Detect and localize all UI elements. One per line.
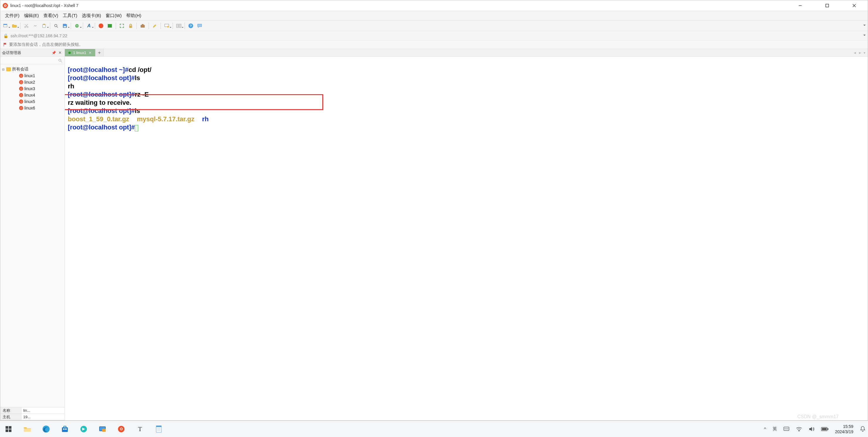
svg-rect-56 — [828, 428, 828, 430]
notepad-icon[interactable] — [154, 425, 163, 434]
session-item-linux3[interactable]: linux3 — [1, 85, 63, 92]
menu-tabs[interactable]: 选项卡(B) — [80, 12, 103, 20]
session-item-linux1[interactable]: linux1 — [1, 72, 63, 79]
new-session-icon[interactable] — [2, 22, 9, 29]
cut-icon[interactable] — [23, 22, 30, 29]
svg-rect-17 — [129, 26, 132, 28]
menu-tools[interactable]: 工具(T) — [61, 12, 79, 20]
minimize-button[interactable] — [787, 0, 814, 11]
fullscreen-icon[interactable] — [118, 22, 125, 29]
paste-icon[interactable] — [40, 22, 48, 29]
text-cursor-icon[interactable]: T — [135, 425, 145, 434]
svg-point-53 — [799, 431, 799, 431]
address-bar[interactable]: 🔒 ssh://root:***@192.168.94.7:22 — [0, 31, 868, 40]
session-item-linux2[interactable]: linux2 — [1, 79, 63, 85]
toolbar-overflow[interactable] — [861, 21, 868, 31]
tab-status-dot-icon — [68, 52, 71, 54]
annotation-red-box — [65, 94, 323, 110]
session-item-linux4[interactable]: linux4 — [1, 92, 63, 98]
ime-indicator[interactable]: 英 — [773, 426, 777, 432]
session-item-label: linux4 — [24, 93, 35, 97]
session-search[interactable] — [0, 57, 65, 64]
tab-next-icon[interactable]: ► — [858, 51, 862, 55]
highlight-icon[interactable] — [151, 22, 158, 29]
session-icon — [19, 87, 23, 91]
session-item-label: linux5 — [24, 99, 35, 104]
start-icon[interactable] — [4, 425, 13, 434]
svg-rect-35 — [64, 426, 66, 428]
battery-icon[interactable] — [821, 427, 829, 431]
session-item-label: linux3 — [24, 86, 35, 91]
taskbar-clock[interactable]: 15:59 2024/3/19 — [835, 424, 853, 434]
tab-close-icon[interactable]: ✕ — [89, 51, 92, 55]
screen-icon[interactable] — [163, 22, 170, 29]
terminal[interactable]: [root@localhost ~]#cd /opt/ [root@localh… — [65, 57, 868, 420]
edge-icon[interactable] — [42, 425, 51, 434]
hint-bar: 要添加当前会话，点击左侧的箭头按钮。 — [0, 40, 868, 49]
store-icon[interactable] — [60, 425, 69, 434]
link-icon[interactable] — [32, 22, 39, 29]
open-folder-icon[interactable] — [11, 22, 18, 29]
tray-chevron-icon[interactable]: ^ — [764, 427, 766, 431]
footer-host-value: 19... — [22, 414, 65, 420]
svg-point-6 — [25, 26, 26, 27]
xshell-task-icon[interactable] — [117, 425, 126, 434]
layout-icon[interactable] — [175, 22, 182, 29]
explorer-icon[interactable] — [23, 425, 32, 434]
session-item-label: linux2 — [24, 80, 35, 85]
tabs-nav: ◄ ► ▾ — [853, 49, 868, 56]
globe-icon[interactable] — [73, 22, 81, 29]
lock-toolbar-icon[interactable] — [127, 22, 134, 29]
svg-text:?: ? — [190, 24, 192, 28]
menu-help[interactable]: 帮助(H) — [124, 12, 143, 20]
maximize-button[interactable] — [814, 0, 841, 11]
tab-add-button[interactable]: + — [95, 49, 104, 56]
vscode-icon[interactable] — [79, 425, 88, 434]
close-button[interactable] — [841, 0, 868, 11]
menu-window[interactable]: 窗口(W) — [104, 12, 123, 20]
menu-view[interactable]: 查看(V) — [42, 12, 60, 20]
briefcase-icon[interactable] — [139, 22, 146, 29]
save-icon[interactable] — [61, 22, 68, 29]
volume-icon[interactable] — [809, 427, 814, 432]
terminal-cursor — [135, 125, 138, 131]
tab-list-icon[interactable]: ▾ — [864, 51, 865, 55]
svg-line-13 — [57, 26, 58, 28]
svg-point-12 — [55, 24, 57, 27]
notifications-icon[interactable] — [860, 426, 866, 432]
window-title: linux1 - root@localhost:/opt - Xshell 7 — [10, 3, 79, 8]
flag-icon — [3, 42, 7, 46]
svg-point-26 — [59, 59, 61, 61]
session-tree: ⊟ 所有会话 linux1linux2linux3linux4linux5lin… — [0, 64, 65, 113]
address-dropdown[interactable] — [861, 31, 868, 40]
session-panel-footer: 名称 lin... 主机 19... — [0, 407, 65, 420]
help-icon[interactable]: ? — [187, 22, 194, 29]
svg-rect-37 — [65, 429, 67, 430]
session-item-linux5[interactable]: linux5 — [1, 98, 63, 105]
panel-close-icon[interactable]: ✕ — [57, 51, 63, 55]
session-icon — [19, 99, 23, 103]
session-item-label: linux1 — [24, 73, 35, 78]
system-tray: ^ 英 15:59 2024/3/19 — [764, 424, 866, 434]
xshell-red-icon[interactable] — [97, 22, 104, 29]
green-panel-icon[interactable] — [106, 22, 113, 29]
session-icon — [19, 80, 23, 84]
chat-icon[interactable] — [196, 22, 203, 29]
ime-mode-icon[interactable] — [783, 426, 789, 432]
tree-root-label: 所有会话 — [12, 67, 29, 72]
collapse-icon[interactable]: ⊟ — [1, 68, 5, 71]
font-icon[interactable]: A — [86, 22, 92, 29]
session-icon — [19, 106, 23, 110]
menu-edit[interactable]: 编辑(E) — [22, 12, 40, 20]
menu-file[interactable]: 文件(F) — [3, 12, 21, 20]
tab-linux1[interactable]: 1 linux1 ✕ — [65, 49, 95, 56]
search-icon[interactable] — [53, 22, 60, 29]
tree-root[interactable]: ⊟ 所有会话 — [1, 66, 63, 72]
menubar: 文件(F) 编辑(E) 查看(V) 工具(T) 选项卡(B) 窗口(W) 帮助(… — [0, 11, 868, 20]
search-small-icon — [58, 58, 62, 63]
pin-icon[interactable]: 📌 — [51, 51, 57, 55]
vm-icon[interactable] — [98, 425, 107, 434]
tab-prev-icon[interactable]: ◄ — [853, 51, 857, 55]
session-item-linux6[interactable]: linux6 — [1, 105, 63, 111]
wifi-icon[interactable] — [796, 427, 802, 432]
